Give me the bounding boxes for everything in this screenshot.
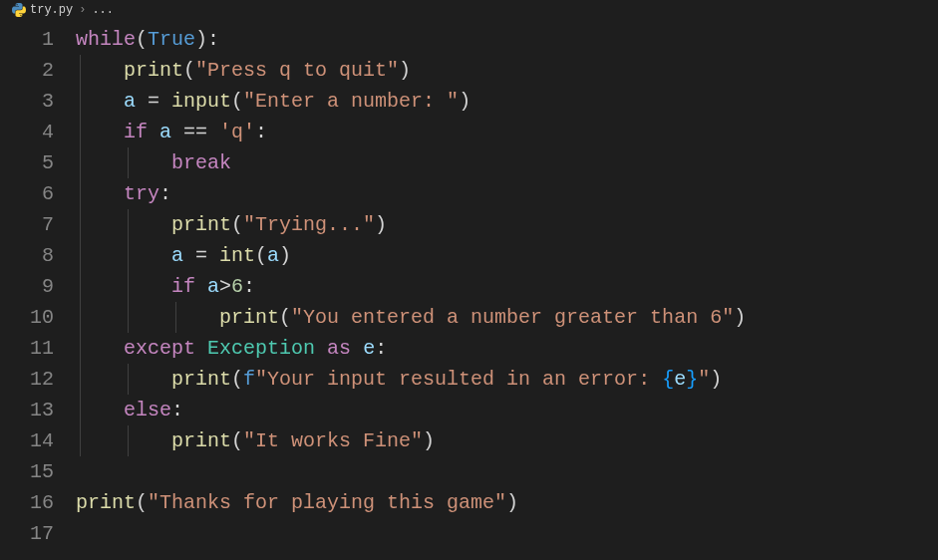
line-number: 17: [0, 518, 54, 549]
code-line: else:: [76, 395, 938, 425]
line-number: 8: [0, 240, 54, 271]
code-line: print("Thanks for playing this game"): [76, 487, 938, 518]
line-number: 11: [0, 333, 54, 364]
line-number: 7: [0, 209, 54, 240]
code-line: a = input("Enter a number: "): [76, 86, 938, 117]
line-number: 1: [0, 24, 54, 55]
code-line: print("You entered a number greater than…: [76, 302, 938, 333]
line-number: 5: [0, 147, 54, 178]
code-content[interactable]: while(True): print("Press q to quit") a …: [76, 24, 938, 549]
code-line: if a == 'q':: [76, 117, 938, 147]
line-number: 14: [0, 425, 54, 456]
code-line: if a>6:: [76, 271, 938, 302]
breadcrumb-ellipsis[interactable]: ...: [92, 3, 114, 17]
line-number: 16: [0, 487, 54, 518]
line-number: 4: [0, 117, 54, 147]
code-line: print("Press q to quit"): [76, 55, 938, 86]
code-line: try:: [76, 178, 938, 209]
breadcrumb-separator: ›: [79, 3, 86, 17]
breadcrumb[interactable]: try.py › ...: [0, 0, 938, 20]
code-editor[interactable]: 1 2 3 4 5 6 7 8 9 10 11 12 13 14 15 16 1…: [0, 20, 938, 549]
code-line: print("It works Fine"): [76, 425, 938, 456]
line-number: 10: [0, 302, 54, 333]
code-line: while(True):: [76, 24, 938, 55]
line-number-gutter: 1 2 3 4 5 6 7 8 9 10 11 12 13 14 15 16 1…: [0, 24, 76, 549]
code-line: a = int(a): [76, 240, 938, 271]
code-line: break: [76, 147, 938, 178]
line-number: 13: [0, 395, 54, 425]
code-line: except Exception as e:: [76, 333, 938, 364]
line-number: 3: [0, 86, 54, 117]
breadcrumb-file[interactable]: try.py: [30, 3, 73, 17]
line-number: 12: [0, 364, 54, 395]
line-number: 2: [0, 55, 54, 86]
line-number: 6: [0, 178, 54, 209]
code-line: [76, 456, 938, 487]
line-number: 15: [0, 456, 54, 487]
code-line: print("Trying..."): [76, 209, 938, 240]
line-number: 9: [0, 271, 54, 302]
python-icon: [12, 3, 26, 17]
code-line: print(f"Your input resulted in an error:…: [76, 364, 938, 395]
code-line: [76, 518, 938, 549]
